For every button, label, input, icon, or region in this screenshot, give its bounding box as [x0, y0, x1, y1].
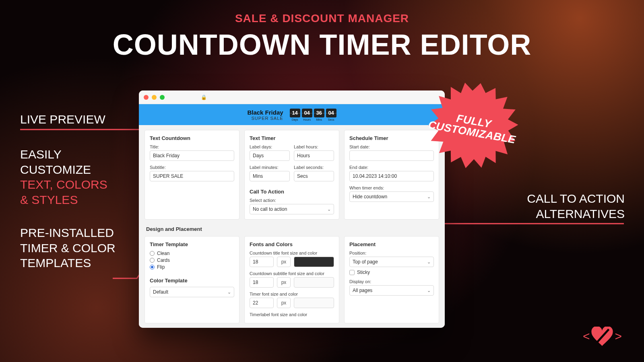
start-date-input[interactable] [349, 150, 434, 161]
callout-cta-alternatives: CALL TO ACTION ALTERNATIVES [527, 191, 625, 221]
card-title: Schedule Timer [349, 135, 434, 141]
timer-segment-label: Days [292, 118, 298, 121]
label-days-input[interactable] [250, 150, 290, 161]
heart-icon [591, 327, 613, 346]
callout-line: PRE-INSTALLED [20, 225, 116, 241]
angle-bracket-icon: > [615, 329, 622, 343]
card-placement: Placement Position: Top of page⌄ Sticky … [344, 236, 439, 323]
unit-label: px [277, 298, 291, 308]
timer-color-swatch[interactable] [294, 298, 334, 308]
lock-icon: 🔒 [201, 95, 207, 100]
title-fontsize-input[interactable] [250, 257, 274, 267]
card-title: Placement [349, 241, 434, 247]
browser-chrome: 🔒 [139, 90, 445, 104]
chevron-down-icon: ⌄ [227, 290, 231, 295]
field-label: When timer ends: [349, 185, 434, 190]
brand-logo: < > [583, 327, 622, 346]
timer-segment-value: 36 [314, 109, 324, 117]
field-label: Start date: [349, 144, 434, 149]
minimize-dot-icon[interactable] [152, 95, 157, 100]
position-select[interactable]: Top of page⌄ [349, 257, 434, 267]
section-title: Design and Placement [146, 226, 439, 232]
callout-line-accent: TEXT, COLORS [20, 177, 107, 192]
hero-overline: SALE & DISCOUNT MANAGER [0, 12, 644, 25]
template-radio-flip[interactable]: Flip [150, 264, 234, 270]
card-title: Call To Action [250, 189, 334, 195]
chevron-down-icon: ⌄ [427, 288, 431, 293]
card-title: Timer Template [150, 241, 234, 247]
label-hours-input[interactable] [294, 150, 334, 161]
template-radio-cards[interactable]: Cards [150, 257, 234, 263]
traffic-lights [144, 95, 165, 100]
timer-ends-select[interactable]: Hide countdown⌄ [349, 191, 434, 202]
field-label: Position: [349, 251, 434, 255]
field-label: End date: [349, 165, 434, 170]
display-on-select[interactable]: All pages⌄ [349, 285, 434, 296]
callout-line: ALTERNATIVES [527, 206, 625, 222]
field-label: Select action: [250, 198, 334, 203]
chevron-down-icon: ⌄ [427, 259, 431, 265]
subtitle-color-swatch[interactable] [294, 277, 334, 288]
card-fonts-colors: Fonts and Colors Countdown title font si… [244, 236, 339, 323]
label-mins-input[interactable] [250, 171, 290, 181]
callout-line: CALL TO ACTION [527, 191, 625, 206]
card-text-countdown: Text Countdown Title: Subtitle: [144, 130, 239, 220]
badge-fully-customizable: FULLYCUSTOMIZABLE [422, 76, 524, 178]
sticky-checkbox[interactable]: Sticky [349, 269, 434, 275]
unit-label: px [277, 277, 291, 288]
zoom-dot-icon[interactable] [160, 95, 165, 100]
field-label: Label hours: [294, 144, 334, 149]
callout-line: EASILY [20, 147, 107, 162]
callout-line: TEMPLATES [20, 255, 116, 271]
field-label: Subtitle: [150, 165, 234, 170]
timer-segment-value: 14 [290, 109, 300, 117]
preview-subtitle: SUPER SALE [247, 116, 283, 121]
chevron-down-icon: ⌄ [427, 194, 431, 200]
field-label: Title: [150, 144, 234, 149]
timer-segment-label: Mins [316, 118, 322, 121]
angle-bracket-icon: < [583, 329, 590, 343]
subtitle-fontsize-input[interactable] [250, 277, 274, 288]
template-radio-clean[interactable]: Clean [150, 251, 234, 256]
timer-fontsize-input[interactable] [250, 298, 274, 308]
field-label: Countdown subtitle font size and color [250, 271, 334, 276]
field-label: Display on: [349, 279, 434, 284]
unit-label: px [277, 257, 291, 267]
timer-segment-value: 04 [326, 109, 336, 117]
title-color-swatch[interactable] [294, 257, 334, 267]
color-template-select[interactable]: Default⌄ [150, 287, 234, 297]
hero-title: COUNTDOWN TIMER EDITOR [0, 28, 644, 61]
card-text-timer: Text Timer Label days: Label hours: Labe… [244, 130, 339, 220]
field-label: Label seconds: [294, 165, 334, 170]
timer-segment-value: 04 [302, 109, 312, 117]
callout-line-accent: & STYLES [20, 192, 107, 208]
callout-customize: EASILY CUSTOMIZE TEXT, COLORS & STYLES [20, 147, 107, 207]
title-input[interactable] [150, 150, 234, 161]
field-label: Countdown title font size and color [250, 251, 334, 255]
card-title: Fonts and Colors [250, 241, 334, 247]
field-label: Label days: [250, 144, 290, 149]
editor-content: Text Countdown Title: Subtitle: Text Tim… [139, 125, 445, 328]
field-label: Timer font size and color [250, 292, 334, 296]
timer-segment-label: Hours [303, 118, 311, 121]
preview-title: Black Friday [247, 109, 283, 116]
cta-select[interactable]: No call to action⌄ [250, 204, 334, 214]
callout-line: CUSTOMIZE [20, 162, 107, 177]
end-date-input[interactable] [349, 171, 434, 181]
callout-templates: PRE-INSTALLED TIMER & COLOR TEMPLATES [20, 225, 116, 271]
chevron-down-icon: ⌄ [327, 207, 331, 212]
card-title: Text Countdown [150, 135, 234, 141]
close-dot-icon[interactable] [144, 95, 149, 100]
callout-live-preview: LIVE PREVIEW [20, 112, 105, 127]
field-label: Label minutes: [250, 165, 290, 170]
callout-line: TIMER & COLOR [20, 241, 116, 256]
label-secs-input[interactable] [294, 171, 334, 181]
preview-timer: 14Days 04Hours 36Mins 04Secs [290, 109, 336, 121]
card-timer-template: Timer Template Clean Cards Flip Color Te… [144, 236, 239, 323]
subtitle-input[interactable] [150, 171, 234, 181]
field-label: Timerlabel font size and color [250, 312, 334, 317]
countdown-preview-banner: Black Friday SUPER SALE 14Days 04Hours 3… [139, 104, 445, 125]
card-title: Text Timer [250, 135, 334, 141]
timer-segment-label: Secs [328, 118, 334, 121]
browser-window: 🔒 Black Friday SUPER SALE 14Days 04Hours… [139, 90, 445, 328]
